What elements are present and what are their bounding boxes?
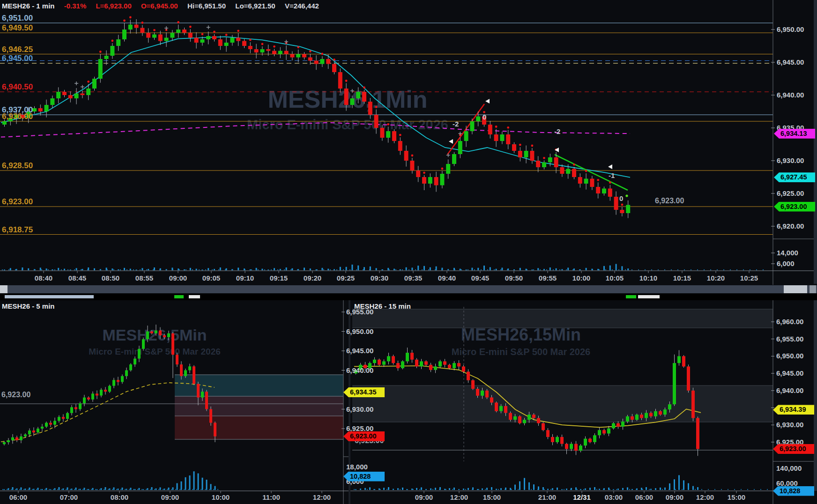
main-chart-scrollbar-right-button[interactable] (810, 285, 816, 293)
fifteen-min-chart-title: MESH26 - 15 min (354, 302, 411, 310)
volume-axis-label: 18,000 (346, 463, 368, 471)
time-axis-label: 12:00 (696, 493, 714, 501)
price-badge: 10,828 (773, 486, 814, 496)
volume-axis-label: 60,000 (776, 479, 798, 487)
level-price-label: 6,945.00 (2, 54, 33, 63)
price-line-label: 6,923.00 (1, 391, 30, 399)
trade-marker-label: -1 (609, 171, 615, 180)
time-axis-label: 15:00 (728, 493, 745, 501)
price-badge: 6,923.00 (774, 202, 815, 212)
window-divider (0, 294, 817, 300)
time-axis-label: 10:00 (572, 274, 590, 282)
price-badge: 6,927.45 (774, 172, 815, 182)
time-axis-label: 10:15 (673, 274, 691, 282)
main-chart-scrollbar-left-button[interactable] (0, 285, 7, 293)
time-axis-label: 09:10 (236, 274, 254, 282)
fifteen-min-buy-marker (626, 295, 636, 298)
price-axis-label: 6,930.00 (777, 156, 804, 164)
main-chart-vertical-scrollbar[interactable] (814, 0, 817, 284)
symbol-timeframe-label: MESH26 - 1 min (2, 2, 55, 10)
time-axis-label: 09:00 (415, 493, 433, 501)
time-axis-label: 10:25 (740, 274, 758, 282)
five-min-neutral-marker (189, 295, 200, 298)
level-price-label: 6,940.50 (2, 83, 33, 91)
time-axis-label: 12:00 (450, 493, 468, 501)
time-axis-label: 09:30 (371, 274, 388, 282)
price-axis-label: 6,920.00 (777, 222, 804, 230)
open-price-label: O=6,945.00 (141, 2, 178, 10)
price-axis-label: 6,950.00 (346, 327, 373, 335)
time-axis-label: 08:00 (111, 493, 128, 501)
level-price-label: 6,946.25 (2, 45, 33, 54)
time-axis-label: 08:40 (35, 274, 52, 282)
price-axis-label: 6,960.00 (776, 318, 803, 326)
trade-marker-label: -2 (554, 127, 560, 136)
price-badge: 6,934.35 (343, 387, 385, 397)
time-axis-label: 10:20 (707, 274, 725, 282)
volume-label: V=246,442 (285, 2, 319, 10)
price-axis-label: 6,940.00 (777, 91, 804, 99)
level-price-label: 6,949.50 (2, 24, 33, 32)
time-axis-label: 09:50 (505, 274, 523, 282)
price-axis-label: 6,930.00 (346, 405, 373, 413)
time-axis-label: 09:35 (404, 274, 422, 282)
price-badge: 6,934.39 (773, 405, 814, 415)
trade-marker-label: 0 (619, 194, 623, 203)
five-min-scrollbar-thumb[interactable] (5, 295, 94, 298)
time-axis-label: 09:00 (666, 493, 683, 501)
price-badge: 10,828 (343, 472, 385, 482)
price-axis-label: 6,940.00 (776, 386, 803, 394)
price-axis-label: 6,950.00 (777, 25, 804, 33)
low-price-label: Lo=6,921.50 (235, 2, 275, 10)
time-axis-label: 10:00 (212, 493, 230, 501)
high-price-label: Hi=6,951.50 (187, 2, 226, 10)
time-axis-label: 09:20 (304, 274, 321, 282)
time-axis-label: 08:55 (135, 274, 153, 282)
price-badge: 6,923.00 (343, 431, 385, 441)
price-axis-label: 6,945.00 (346, 347, 373, 355)
time-axis-label: 06:00 (635, 493, 653, 501)
time-axis-label: 09:45 (471, 274, 489, 282)
time-axis-label: 09:00 (169, 274, 187, 282)
five-min-chart-title: MESH26 - 5 min (2, 302, 55, 310)
level-price-label: 6,951.00 (2, 14, 33, 22)
time-axis-label: 11:00 (262, 493, 280, 501)
time-axis-label: 09:25 (337, 274, 355, 282)
level-price-label: 6,923.00 (2, 198, 33, 206)
last-price-label: L=6,923.00 (96, 2, 131, 10)
time-axis-label: 10:05 (606, 274, 624, 282)
price-axis-label: 6,945.00 (776, 369, 803, 377)
volume-axis-label: 14,000 (777, 249, 798, 257)
volume-axis-label: 6,000 (777, 259, 795, 267)
fifteen-min-neutral-marker (638, 295, 660, 298)
time-axis-label: 09:40 (438, 274, 456, 282)
trade-marker-label: -2 (453, 120, 459, 128)
main-chart-title-bar: MESH26 - 1 min -0.31% L=6,923.00 O=6,945… (2, 2, 327, 10)
change-percent-label: -0.31% (64, 2, 87, 10)
price-axis-label: 6,925.00 (346, 424, 373, 432)
time-axis-label: 08:45 (68, 274, 86, 282)
main-chart-scrollbar-track[interactable] (0, 285, 817, 293)
time-axis-label: 12:00 (313, 493, 331, 501)
five-min-buy-marker (174, 295, 184, 298)
time-axis-label: 08:50 (102, 274, 119, 282)
price-axis-label: 6,955.00 (776, 335, 803, 343)
time-axis-label: 09:15 (270, 274, 288, 282)
fifteen-min-vertical-scrollbar[interactable] (814, 300, 817, 491)
time-axis-label: 09:55 (539, 274, 557, 282)
volume-axis-label: 140,000 (776, 464, 802, 472)
time-axis-label: 07:00 (60, 493, 78, 501)
time-axis-label: 12/31 (573, 493, 591, 501)
main-chart-scrollbar-thumb[interactable] (784, 285, 807, 293)
time-axis-label: 15:00 (483, 493, 501, 501)
chart-canvas (0, 0, 817, 504)
price-axis-label: 6,925.00 (777, 189, 804, 197)
price-axis-label: 6,940.00 (346, 366, 373, 374)
trading-app-window: MESH26 - 1 min -0.31% L=6,923.00 O=6,945… (0, 0, 817, 504)
time-axis-label: 09:00 (161, 493, 179, 501)
price-badge: 6,923.00 (773, 444, 814, 454)
last-price-line-label: 6,923.00 (655, 197, 684, 205)
level-price-label: 6,918.75 (2, 226, 33, 234)
price-axis-label: 6,950.00 (776, 352, 803, 360)
price-axis-label: 6,945.00 (777, 58, 804, 66)
